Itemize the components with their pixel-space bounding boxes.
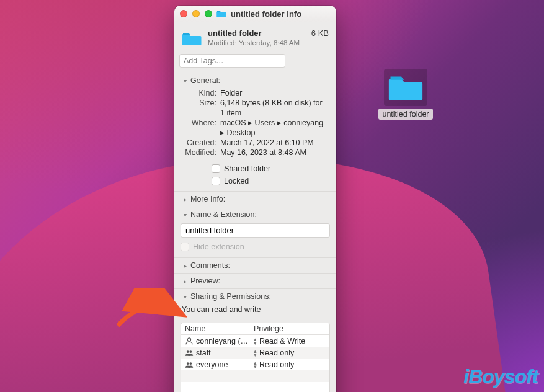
chevron-down-icon: ▾ — [182, 293, 188, 300]
section-comments[interactable]: ▸ Comments: — [174, 257, 336, 273]
desktop-folder-item[interactable]: untitled folder — [375, 69, 437, 120]
stepper-icon: ▴▾ — [254, 337, 257, 345]
perm-value: Read & Write — [259, 337, 305, 345]
item-size: 6 KB — [311, 29, 329, 38]
minimize-icon[interactable] — [192, 10, 200, 17]
summary-header: untitled folder Modified: Yesterday, 8:4… — [174, 22, 336, 54]
chevron-right-icon: ▸ — [182, 196, 188, 203]
section-label: Sharing & Permissions: — [190, 292, 271, 301]
section-general[interactable]: ▾ General: — [174, 73, 336, 88]
name-extension-body: Hide extension — [174, 222, 336, 257]
kind-label: Kind: — [182, 88, 216, 98]
folder-icon — [182, 29, 202, 50]
general-body: Kind:Folder Size:6,148 bytes (8 KB on di… — [174, 88, 336, 191]
privilege-picker[interactable]: ▴▾Read only — [251, 349, 329, 357]
perm-value: Read only — [259, 360, 294, 369]
svg-point-3 — [187, 362, 189, 365]
created-value: March 17, 2022 at 6:10 PM — [220, 138, 329, 148]
watermark: iBoysoft — [463, 365, 538, 388]
folder-icon — [216, 9, 226, 19]
size-label: Size: — [182, 98, 216, 118]
table-row[interactable]: staff ▴▾Read only — [181, 347, 329, 359]
item-name: untitled folder — [208, 29, 305, 38]
svg-point-1 — [187, 350, 189, 353]
perm-value: Read only — [259, 349, 294, 357]
chevron-down-icon: ▾ — [182, 212, 188, 218]
svg-point-4 — [189, 362, 192, 365]
modified-value: May 16, 2023 at 8:48 AM — [220, 148, 329, 158]
stepper-icon: ▴▾ — [254, 349, 257, 357]
group-icon — [185, 349, 194, 357]
privilege-picker[interactable]: ▴▾Read & Write — [251, 337, 329, 345]
group-icon — [185, 361, 194, 368]
stepper-icon: ▴▾ — [254, 361, 257, 368]
chevron-right-icon: ▸ — [182, 278, 188, 285]
locked-label: Locked — [224, 176, 249, 186]
sharing-body: You can read and write — [174, 305, 336, 320]
info-window: untitled folder Info untitled folder Mod… — [174, 6, 336, 392]
col-privilege: Privilege — [251, 324, 329, 333]
table-row[interactable]: everyone ▴▾Read only — [181, 359, 329, 370]
perm-name: staff — [196, 349, 210, 357]
section-label: More Info: — [190, 195, 225, 203]
shared-folder-label: Shared folder — [224, 164, 270, 174]
folder-icon — [384, 69, 427, 106]
name-field[interactable] — [181, 223, 330, 238]
table-header: Name Privilege — [181, 323, 329, 335]
kind-value: Folder — [220, 88, 329, 98]
item-modified: Modified: Yesterday, 8:48 AM — [208, 39, 305, 47]
section-preview[interactable]: ▸ Preview: — [174, 273, 336, 288]
locked-checkbox[interactable]: Locked — [212, 176, 329, 186]
hide-extension-label: Hide extension — [193, 243, 244, 251]
tags-input[interactable] — [179, 54, 285, 68]
svg-point-0 — [187, 337, 190, 341]
perm-name: connieyang (… — [196, 337, 248, 345]
close-icon[interactable] — [180, 10, 187, 17]
section-sharing-permissions[interactable]: ▾ Sharing & Permissions: — [174, 288, 336, 304]
table-row[interactable]: connieyang (… ▴▾Read & Write — [181, 335, 329, 347]
where-value: macOS ▸ Users ▸ connieyang ▸ Desktop — [220, 118, 329, 138]
col-name: Name — [181, 324, 251, 333]
permission-message: You can read and write — [182, 305, 329, 314]
desktop-folder-label: untitled folder — [378, 109, 432, 120]
section-label: General: — [190, 76, 220, 85]
table-row — [181, 370, 329, 382]
chevron-right-icon: ▸ — [182, 262, 188, 269]
window-controls — [180, 10, 212, 17]
titlebar[interactable]: untitled folder Info — [174, 6, 336, 22]
privilege-picker[interactable]: ▴▾Read only — [251, 360, 329, 369]
svg-point-2 — [189, 350, 192, 353]
table-row — [181, 382, 329, 392]
section-label: Preview: — [190, 277, 220, 285]
zoom-icon[interactable] — [205, 10, 212, 17]
chevron-down-icon: ▾ — [182, 78, 188, 84]
hide-extension-checkbox: Hide extension — [181, 243, 330, 251]
section-label: Name & Extension: — [190, 210, 257, 219]
section-more-info[interactable]: ▸ More Info: — [174, 191, 336, 207]
window-title: untitled folder Info — [231, 9, 301, 19]
section-label: Comments: — [190, 261, 230, 270]
permissions-table: Name Privilege connieyang (… ▴▾Read & Wr… — [181, 323, 330, 392]
shared-folder-checkbox[interactable]: Shared folder — [212, 164, 329, 174]
where-label: Where: — [182, 118, 216, 138]
size-value: 6,148 bytes (8 KB on disk) for 1 item — [220, 98, 329, 118]
section-name-extension[interactable]: ▾ Name & Extension: — [174, 207, 336, 222]
person-icon — [185, 337, 194, 345]
modified-label: Modified: — [182, 148, 216, 158]
perm-name: everyone — [196, 360, 228, 369]
created-label: Created: — [182, 138, 216, 148]
